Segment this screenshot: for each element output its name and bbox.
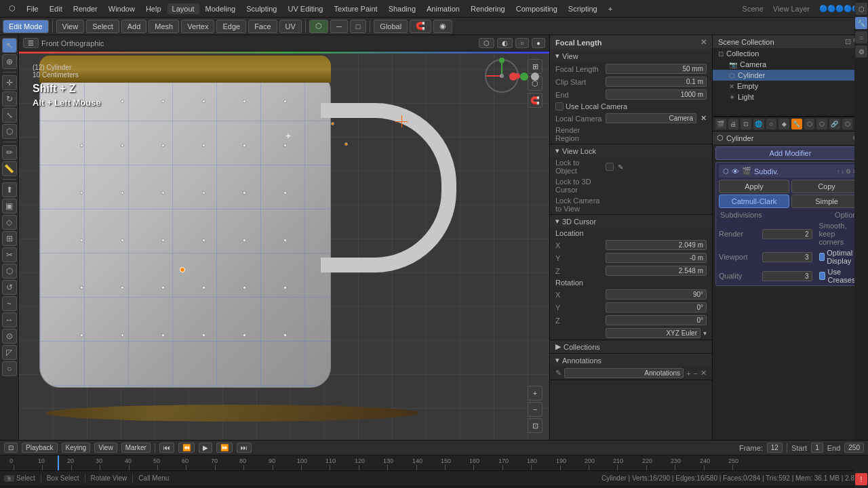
annotations-remove[interactable]: − xyxy=(694,369,698,378)
inset-btn[interactable]: ▣ xyxy=(2,199,17,214)
modifier-copy-btn[interactable]: Copy xyxy=(791,180,862,193)
mesh-menu-btn[interactable]: Mesh xyxy=(149,20,179,33)
render-props-icon[interactable]: 🎬 xyxy=(715,119,726,129)
spin-btn[interactable]: ↺ xyxy=(2,280,17,295)
timeline-ruler[interactable]: 0102030405060708090100110120130140150160… xyxy=(0,455,868,470)
vp-wireframe-btn[interactable]: ⬡ xyxy=(479,38,494,48)
tree-scene-collection[interactable]: ⊡ Collection 👁 xyxy=(713,48,868,59)
view-lock-header[interactable]: ▾ View Lock xyxy=(550,144,712,157)
end-frame-field[interactable]: 250 xyxy=(844,443,864,453)
edge-slide-btn[interactable]: ↔ xyxy=(2,312,17,327)
zoom-in-btn[interactable]: + xyxy=(528,386,542,401)
vp-material-btn[interactable]: ○ xyxy=(515,38,529,48)
tree-cylinder[interactable]: ⬡ Cylinder 👁 xyxy=(713,70,868,81)
quality-field[interactable]: 3 xyxy=(762,271,812,281)
shrink-btn[interactable]: ⊙ xyxy=(2,329,17,344)
cursor-y-field[interactable]: -0 m xyxy=(606,253,707,263)
modifier-settings-icon[interactable]: ⚙ xyxy=(846,168,851,175)
menu-rendering[interactable]: Rendering xyxy=(466,3,510,14)
optimal-display-checkbox[interactable] xyxy=(819,253,825,261)
edge-mode-btn[interactable]: ─ xyxy=(330,20,348,33)
modifier-up-icon[interactable]: ↑ xyxy=(837,168,840,175)
annotations-add[interactable]: + xyxy=(686,369,690,378)
modifier-name[interactable]: Subdiv. xyxy=(754,167,834,176)
annotate-btn[interactable]: ✏ xyxy=(2,145,17,160)
viewport-field[interactable]: 3 xyxy=(762,252,812,262)
jump-end-btn[interactable]: ⏭ xyxy=(237,443,252,453)
menu-animation[interactable]: Animation xyxy=(422,3,465,14)
shear-btn[interactable]: ◸ xyxy=(2,345,17,360)
face-mode-btn[interactable]: □ xyxy=(350,20,367,33)
jump-start-btn[interactable]: ⏮ xyxy=(159,443,174,453)
lock-to-object-edit[interactable]: ✎ xyxy=(618,163,623,171)
particle-props-icon[interactable]: ⬡ xyxy=(804,119,815,129)
annotations-name-field[interactable]: Annotations xyxy=(564,368,684,378)
measure-btn[interactable]: 📏 xyxy=(2,161,17,176)
uv-menu-btn[interactable]: UV xyxy=(279,20,302,33)
select-menu-btn[interactable]: Select xyxy=(86,20,119,33)
move-tool-btn[interactable]: ✛ xyxy=(2,75,17,90)
tree-camera[interactable]: 📷 Camera 👁 xyxy=(713,59,868,70)
vertex-menu-btn[interactable]: Vertex xyxy=(181,20,214,33)
world-props-icon[interactable]: ○ xyxy=(766,119,777,129)
play-btn[interactable]: ▶ xyxy=(199,443,212,453)
knife-btn[interactable]: ✂ xyxy=(2,247,17,262)
menu-modeling[interactable]: Modeling xyxy=(201,3,241,14)
use-creases-checkbox[interactable] xyxy=(819,272,826,280)
next-frame-btn[interactable]: ⏩ xyxy=(216,443,233,453)
clip-end-field[interactable]: 1000 m xyxy=(606,89,707,100)
menu-scripting[interactable]: Scripting xyxy=(564,3,602,14)
physics-props-icon[interactable]: ⬡ xyxy=(816,119,827,129)
face-menu-btn[interactable]: Face xyxy=(248,20,277,33)
modifier-render-icon[interactable]: 🎬 xyxy=(742,167,751,176)
n-panel-collapse[interactable]: ✕ xyxy=(701,38,707,47)
local-camera-checkbox[interactable] xyxy=(555,102,564,110)
timeline-options-btn[interactable]: ⊡ xyxy=(4,443,18,453)
cursor-rz-field[interactable]: 0° xyxy=(606,315,707,325)
proportional-btn[interactable]: ◉ xyxy=(433,20,452,33)
menu-shading[interactable]: Shading xyxy=(384,3,420,14)
modifier-simple-btn[interactable]: Simple xyxy=(791,195,862,208)
poly-build-btn[interactable]: ⬡ xyxy=(2,264,17,279)
focal-length-field[interactable]: 50 mm xyxy=(606,64,707,74)
cursor-x-field[interactable]: 2.049 m xyxy=(606,240,707,250)
outliner-filter[interactable]: ⊡ xyxy=(845,37,851,46)
prev-frame-btn[interactable]: ⏪ xyxy=(178,443,195,453)
vp-solid-btn[interactable]: ◐ xyxy=(497,38,513,48)
local-camera-clear[interactable]: ✕ xyxy=(701,114,707,123)
rotate-tool-btn[interactable]: ↻ xyxy=(2,92,17,106)
modifier-down-icon[interactable]: ↓ xyxy=(842,168,845,175)
modifier-catmull-clark-btn[interactable]: Catmull-Clark xyxy=(719,195,789,208)
modifier-vis-icon[interactable]: 👁 xyxy=(732,167,739,176)
cursor-ry-field[interactable]: 0° xyxy=(606,302,707,312)
start-frame-field[interactable]: 1 xyxy=(811,443,823,453)
menu-plus[interactable]: + xyxy=(604,3,617,14)
tree-light[interactable]: ☀ Light 👁 xyxy=(713,92,868,102)
loop-cut-btn[interactable]: ⊞ xyxy=(2,231,17,246)
menu-help[interactable]: Help xyxy=(141,3,166,14)
xyz-euler-field[interactable]: XYZ Euler xyxy=(606,328,701,338)
menu-layout[interactable]: Layout xyxy=(167,3,199,14)
clip-start-field[interactable]: 0.1 m xyxy=(606,77,707,87)
menu-edit[interactable]: Edit xyxy=(45,3,67,14)
current-frame-field[interactable]: 12 xyxy=(767,443,783,453)
grid-overlay-btn[interactable]: ⊞ xyxy=(528,59,542,74)
modifier-apply-btn[interactable]: Apply xyxy=(719,180,789,193)
data-props-icon[interactable]: ⬡ xyxy=(842,119,853,129)
bevel-btn[interactable]: ◇ xyxy=(2,215,17,230)
zoom-fit-btn[interactable]: ⊡ xyxy=(528,418,542,433)
view-section-header[interactable]: ▾ View xyxy=(550,49,712,62)
xyz-euler-dropdown[interactable]: ▾ xyxy=(703,329,707,337)
output-props-icon[interactable]: 🖨 xyxy=(728,119,739,129)
mode-selector[interactable]: Edit Mode xyxy=(3,20,49,33)
viewport-snapping-btn[interactable]: 🧲 xyxy=(528,93,542,108)
collections-header[interactable]: ▶ Collections xyxy=(550,340,712,353)
menu-render[interactable]: Render xyxy=(68,3,102,14)
snap-btn[interactable]: 🧲 xyxy=(410,20,431,33)
scene-props-icon[interactable]: 🌐 xyxy=(753,119,764,129)
add-modifier-btn[interactable]: Add Modifier xyxy=(715,146,865,160)
extrude-btn[interactable]: ⬆ xyxy=(2,182,17,197)
menu-sculpting[interactable]: Sculpting xyxy=(241,3,281,14)
marker-btn[interactable]: Marker xyxy=(121,443,151,453)
vertex-mode-btn[interactable]: ⬡ xyxy=(309,20,328,33)
